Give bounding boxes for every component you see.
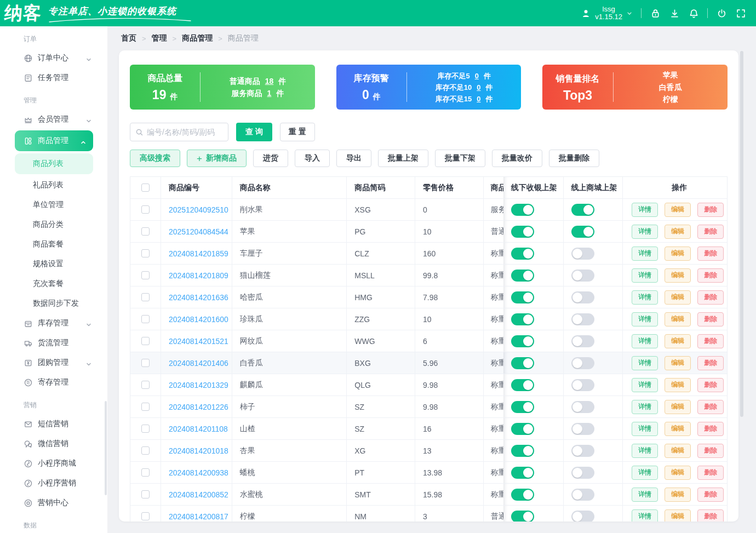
online-toggle[interactable] [571,467,594,479]
offline-toggle[interactable] [511,357,534,369]
row-checkbox[interactable] [141,359,150,367]
offline-toggle[interactable] [511,291,534,303]
sidebar-subitem-spec-settings[interactable]: 规格设置 [0,254,107,274]
online-toggle[interactable] [571,248,594,260]
sidebar-item-wechat-marketing[interactable]: 微信营销 [0,434,107,454]
sidebar-subitem-gift-list[interactable]: 礼品列表 [0,175,107,195]
detail-button[interactable]: 详情 [632,509,658,522]
row-checkbox[interactable] [141,315,150,323]
row-checkbox[interactable] [141,490,150,498]
batch-off-shelf-button[interactable]: 批量下架 [435,150,485,167]
sidebar-item-deposit-management[interactable]: 寄寄存管理 [0,372,107,392]
edit-button[interactable]: 编辑 [665,444,691,458]
detail-button[interactable]: 详情 [632,422,658,436]
detail-button[interactable]: 详情 [632,488,658,502]
add-product-button[interactable]: +新增商品 [187,150,247,167]
product-id-link[interactable]: 20240814201859 [169,249,228,258]
delete-button[interactable]: 删除 [697,268,724,283]
offline-toggle[interactable] [511,248,534,260]
offline-toggle[interactable] [511,226,534,238]
online-toggle[interactable] [571,379,594,391]
product-id-link[interactable]: 20240814201521 [169,337,228,346]
download-icon[interactable] [669,8,680,19]
online-toggle[interactable] [571,291,594,303]
online-toggle[interactable] [571,489,594,501]
detail-button[interactable]: 详情 [632,268,658,283]
edit-button[interactable]: 编辑 [665,225,691,239]
row-checkbox[interactable] [141,468,150,477]
search-input[interactable] [147,128,223,136]
reset-button[interactable]: 重 置 [280,123,315,141]
edit-button[interactable]: 编辑 [665,268,691,283]
online-toggle[interactable] [571,226,594,238]
product-id-link[interactable]: 20240814201636 [169,293,228,302]
sidebar-item-product-management[interactable]: 商品管理 [15,130,93,151]
delete-button[interactable]: 删除 [697,466,724,480]
delete-button[interactable]: 删除 [697,203,724,217]
detail-button[interactable]: 详情 [632,312,658,326]
online-toggle[interactable] [571,357,594,369]
lock-icon[interactable] [650,8,661,19]
breadcrumb-item[interactable]: 管理 [152,33,167,43]
batch-reprice-button[interactable]: 批量改价 [492,150,542,167]
sidebar-subitem-product-combo[interactable]: 商品套餐 [0,234,107,254]
offline-toggle[interactable] [511,270,534,282]
offline-toggle[interactable] [511,401,534,413]
sidebar-subitem-recharge-combo[interactable]: 充次套餐 [0,274,107,294]
product-id-link[interactable]: 20240814201226 [169,403,228,411]
sidebar-item-groupbuy-management[interactable]: 团购管理 [0,353,107,372]
fullscreen-icon[interactable] [735,8,746,19]
sidebar-item-sms-marketing[interactable]: 短信营销 [0,414,107,434]
delete-button[interactable]: 删除 [697,312,724,326]
edit-button[interactable]: 编辑 [665,290,691,305]
offline-toggle[interactable] [511,511,534,522]
detail-button[interactable]: 详情 [632,356,658,370]
product-id-link[interactable]: 20240814201329 [169,381,228,389]
offline-toggle[interactable] [511,379,534,391]
detail-button[interactable]: 详情 [632,400,658,414]
sidebar-item-miniapp-mall[interactable]: 小程序商城 [0,454,107,473]
query-button[interactable]: 查 询 [236,123,272,141]
select-all-checkbox[interactable] [141,184,150,192]
sidebar-subitem-product-list[interactable]: 商品列表 [15,153,93,174]
delete-button[interactable]: 删除 [697,356,724,370]
breadcrumb-item[interactable]: 首页 [121,33,136,43]
sidebar-item-member-management[interactable]: 会员管理 [0,110,107,129]
sidebar-subitem-data-sync[interactable]: 数据同步下发 [0,294,107,313]
online-toggle[interactable] [571,270,594,282]
row-checkbox[interactable] [141,249,150,257]
edit-button[interactable]: 编辑 [665,203,691,217]
edit-button[interactable]: 编辑 [665,422,691,436]
detail-button[interactable]: 详情 [632,334,658,348]
advanced-search-button[interactable]: 高级搜索 [130,150,180,167]
delete-button[interactable]: 删除 [697,444,724,458]
sidebar-scrollbar[interactable] [105,401,107,495]
sidebar-item-inventory-management[interactable]: 库存管理 [0,313,107,333]
online-toggle[interactable] [571,401,594,413]
delete-button[interactable]: 删除 [697,247,724,261]
purchase-button[interactable]: 进货 [253,150,288,167]
product-id-link[interactable]: 20240814200938 [169,468,228,477]
sidebar-item-order-center[interactable]: 订单中心 [0,48,107,68]
product-id-link[interactable]: 20240814201018 [169,446,228,455]
import-button[interactable]: 导入 [295,150,330,167]
delete-button[interactable]: 删除 [697,290,724,305]
row-checkbox[interactable] [141,293,150,301]
online-toggle[interactable] [571,313,594,325]
sidebar-item-task-management[interactable]: 任务管理 [0,68,107,88]
online-toggle[interactable] [571,511,594,522]
export-button[interactable]: 导出 [336,150,371,167]
row-checkbox[interactable] [141,205,150,214]
offline-toggle[interactable] [511,335,534,347]
delete-button[interactable]: 删除 [697,400,724,414]
row-checkbox[interactable] [141,403,150,411]
offline-toggle[interactable] [511,489,534,501]
bell-icon[interactable] [688,8,699,19]
row-checkbox[interactable] [141,446,150,455]
offline-toggle[interactable] [511,445,534,457]
product-id-link[interactable]: 20240814200852 [169,490,228,499]
delete-button[interactable]: 删除 [697,509,724,522]
edit-button[interactable]: 编辑 [665,466,691,480]
edit-button[interactable]: 编辑 [665,247,691,261]
delete-button[interactable]: 删除 [697,378,724,392]
